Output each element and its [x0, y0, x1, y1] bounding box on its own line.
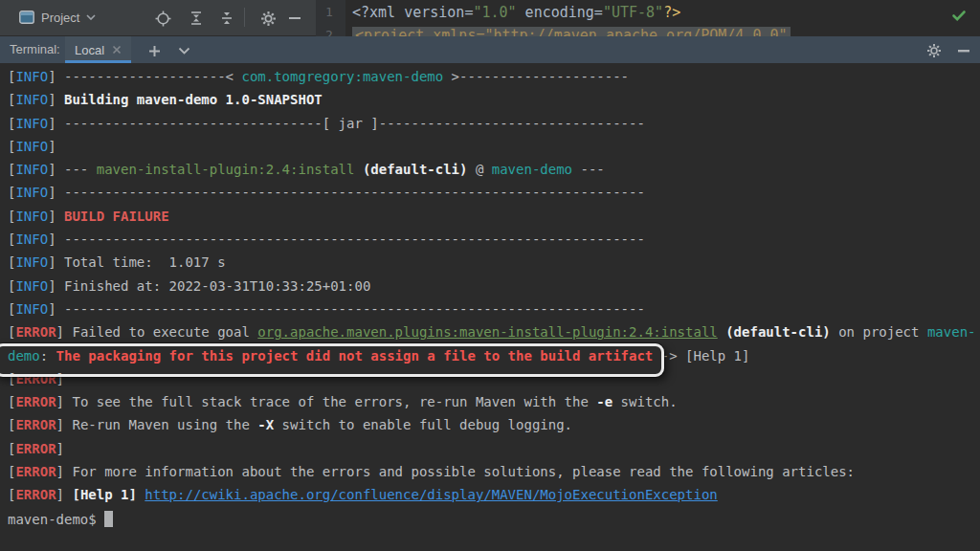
terminal-line: [INFO] Finished at: 2022-03-31T10:33:25+… — [0, 278, 980, 301]
inspections-ok-icon[interactable] — [951, 8, 967, 23]
terminal-text: ERROR — [15, 417, 56, 432]
code-token: <?xml version= — [352, 4, 473, 21]
terminal-text: ] For more information about the errors … — [56, 464, 855, 479]
terminal-text: INFO — [15, 92, 48, 107]
terminal-line: [INFO] ---------------------------------… — [0, 185, 980, 208]
code-token: "1.0" — [473, 4, 516, 21]
terminal-text: (default-cli) — [725, 324, 831, 340]
terminal-text: --- — [572, 162, 605, 177]
terminal-line: [INFO] Building maven-demo 1.0-SNAPSHOT — [0, 92, 980, 115]
toolbar-separator — [244, 8, 245, 27]
tab-local[interactable]: Local — [65, 36, 131, 63]
hide-panel-icon[interactable] — [286, 10, 303, 27]
terminal-text: INFO — [15, 69, 48, 84]
terminal-output: [INFO] --------------------< com.tomgreg… — [0, 63, 980, 534]
project-icon — [19, 11, 34, 24]
terminal-line: [ERROR] Re-run Maven using the -X switch… — [0, 417, 980, 440]
code-token: ?> — [663, 4, 680, 21]
terminal-text: ] --------------------< — [48, 69, 241, 84]
terminal-line: [ERROR] [Help 1] http://cwiki.apache.org… — [0, 487, 980, 510]
terminal-text: ERROR — [15, 441, 56, 456]
terminal-text: ERROR — [15, 394, 56, 409]
terminal-text: -e — [596, 394, 612, 409]
terminal-line: [ERROR] — [0, 441, 980, 464]
new-session-icon[interactable] — [145, 42, 163, 59]
terminal-line: [INFO] --------------------------------[… — [0, 116, 980, 139]
terminal-line: [ERROR] For more information about the e… — [0, 464, 980, 487]
terminal-line: [INFO] ---------------------------------… — [0, 301, 980, 324]
terminal-text: demo — [8, 348, 40, 364]
chevron-down-icon — [86, 14, 96, 20]
top-bar: Project — [0, 0, 980, 36]
terminal-line: [INFO] Total time: 1.017 s — [0, 254, 980, 277]
terminal-text: INFO — [15, 231, 48, 247]
line-number-1: 1 — [325, 5, 333, 19]
editor-line2-partial: 2 <project xmlns="http://maven.apache.or… — [316, 27, 980, 36]
terminal-text: ERROR — [15, 324, 56, 340]
terminal-text: ] Finished at: 2022-03-31T10:33:25+01:00 — [48, 278, 370, 294]
project-label: Project — [41, 11, 79, 25]
terminal-text: : — [40, 348, 56, 364]
terminal-panel-label: Terminal: — [10, 42, 60, 56]
terminal-text[interactable]: org.apache.maven.plugins:maven-install-p… — [257, 324, 717, 340]
terminal-text: BUILD FAILURE — [64, 209, 169, 224]
terminal-text: switch. — [612, 394, 677, 409]
collapse-all-icon[interactable] — [218, 10, 235, 27]
terminal-text: ] To see the full stack trace of the err… — [56, 394, 597, 409]
terminal-text: on project — [831, 324, 927, 340]
line-number-2: 2 — [325, 28, 333, 36]
close-icon[interactable] — [112, 45, 122, 55]
chevron-down-icon[interactable] — [175, 42, 192, 59]
terminal-text: INFO — [15, 116, 48, 131]
code-token: "UTF-8" — [603, 4, 663, 21]
project-tool-window-button[interactable]: Project — [13, 5, 101, 30]
expand-all-icon[interactable] — [188, 10, 205, 27]
terminal-text: >--------------------- — [443, 69, 629, 84]
gear-icon[interactable] — [259, 10, 277, 27]
terminal-text: ] — [48, 139, 56, 154]
terminal-line: [ERROR] — [0, 371, 980, 394]
terminal-text: maven-install-plugin:2.4:install — [97, 162, 355, 177]
terminal-text: maven- — [927, 324, 976, 340]
terminal-panel[interactable]: [INFO] --------------------< com.tomgreg… — [0, 63, 980, 551]
terminal-text: [Help 1] — [72, 487, 136, 502]
terminal-text: INFO — [15, 162, 48, 177]
terminal-text: -> [Help 1] — [653, 348, 749, 364]
terminal-text — [718, 324, 725, 340]
editor-code-line[interactable]: <?xml version="1.0" encoding="UTF-8"?> — [352, 4, 680, 21]
terminal-text: INFO — [15, 254, 48, 270]
terminal-text: INFO — [15, 139, 48, 154]
project-toolbar: Project — [0, 0, 316, 35]
terminal-line: demo: The packaging for this project did… — [0, 348, 980, 371]
terminal-line: [INFO] BUILD FAILURE — [0, 209, 980, 231]
terminal-text: ] Re-run Maven using the — [56, 417, 258, 432]
hide-terminal-icon[interactable] — [955, 42, 972, 59]
terminal-text: ] --------------------------------------… — [48, 185, 645, 200]
terminal-line: [ERROR] To see the full stack trace of t… — [0, 394, 980, 417]
terminal-text: @ — [467, 162, 491, 177]
terminal-text: ] --------------------------------[ jar … — [48, 116, 645, 131]
editor-area[interactable]: 1 <?xml version="1.0" encoding="UTF-8"?>… — [316, 0, 980, 36]
terminal-text: INFO — [15, 185, 48, 200]
terminal-text: ] Total time: 1.017 s — [48, 254, 225, 270]
terminal-text: Building maven-demo 1.0-SNAPSHOT — [64, 92, 323, 107]
terminal-text: INFO — [15, 301, 48, 317]
terminal-tab-bar: Terminal: Local — [0, 36, 980, 63]
terminal-line: [INFO] ---------------------------------… — [0, 231, 980, 254]
terminal-settings-gear-icon[interactable] — [925, 42, 943, 59]
terminal-line: [INFO] — [0, 139, 980, 162]
terminal-text: ] --------------------------------------… — [48, 301, 645, 317]
terminal-text: ] — [56, 487, 73, 502]
tab-local-label: Local — [75, 43, 104, 57]
terminal-text: com.tomgregory:maven-demo — [241, 69, 443, 84]
terminal-text: ] — [56, 441, 64, 456]
terminal-text: ] — [48, 209, 64, 224]
terminal-cursor — [104, 511, 113, 527]
terminal-text: ] Failed to execute goal — [56, 324, 258, 340]
terminal-text: ERROR — [15, 464, 56, 479]
terminal-line: [ERROR] Failed to execute goal org.apach… — [0, 324, 980, 347]
terminal-link[interactable]: http://cwiki.apache.org/confluence/displ… — [145, 487, 717, 502]
terminal-line: [INFO] --- maven-install-plugin:2.4:inst… — [0, 162, 980, 185]
select-opened-file-icon[interactable] — [154, 10, 171, 27]
ide-window: Project — [0, 0, 980, 551]
